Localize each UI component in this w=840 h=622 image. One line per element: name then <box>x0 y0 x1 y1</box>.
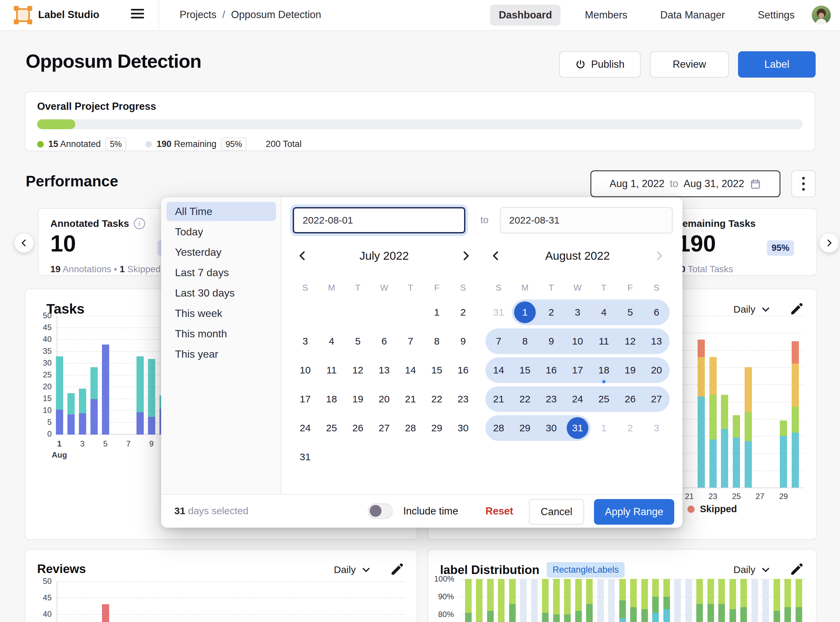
calendar-day-4[interactable]: 4 <box>318 327 345 356</box>
nav-tab-members[interactable]: Members <box>576 5 636 26</box>
calendar-day-25[interactable]: 25 <box>318 413 345 442</box>
breadcrumb-projects[interactable]: Projects <box>180 9 217 21</box>
info-icon[interactable]: i <box>134 218 145 229</box>
calendar-day-24[interactable]: 24 <box>564 385 591 413</box>
calendar-day-18[interactable]: 18 <box>318 385 345 413</box>
calendar-day-9[interactable]: 9 <box>538 327 564 356</box>
calendar-day-7[interactable]: 7 <box>397 327 424 356</box>
calendar-day-30[interactable]: 30 <box>450 413 476 442</box>
apply-range-button[interactable]: Apply Range <box>594 499 674 525</box>
publish-label: Publish <box>591 58 625 70</box>
calendar-day-14[interactable]: 14 <box>397 356 424 385</box>
calendar-day-29[interactable]: 29 <box>512 413 538 442</box>
calendar-day-15[interactable]: 15 <box>512 356 538 385</box>
preset-last-30-days[interactable]: Last 30 days <box>166 284 276 302</box>
calendar-day-12[interactable]: 12 <box>617 327 643 356</box>
calendar-day-16[interactable]: 16 <box>538 356 564 385</box>
calendar-day-28[interactable]: 28 <box>397 413 424 442</box>
calendar-day-24[interactable]: 24 <box>292 413 318 442</box>
calendar-day-8[interactable]: 8 <box>512 327 538 356</box>
preset-this-year[interactable]: This year <box>166 345 276 364</box>
calendar-header: July 2022 <box>292 247 476 266</box>
nav-tab-dashboard[interactable]: Dashboard <box>490 5 561 26</box>
preset-this-month[interactable]: This month <box>166 324 276 343</box>
calendar-day-30[interactable]: 30 <box>538 413 564 442</box>
calendar-day-21[interactable]: 21 <box>397 385 424 413</box>
calendar-day-31[interactable]: 31 <box>564 413 591 442</box>
label-button[interactable]: Label <box>738 51 816 78</box>
calendar-day-13[interactable]: 13 <box>643 327 670 356</box>
hamburger-menu-icon[interactable] <box>131 9 145 21</box>
review-button[interactable]: Review <box>650 51 729 78</box>
calendar-day-27[interactable]: 27 <box>643 385 670 413</box>
start-date-input[interactable] <box>293 207 465 233</box>
calendar-day-2[interactable]: 2 <box>538 298 564 327</box>
calendar-next-button[interactable] <box>652 248 666 263</box>
calendar-day-22[interactable]: 22 <box>424 385 450 413</box>
calendar-day-20[interactable]: 20 <box>371 385 397 413</box>
calendar-day-22[interactable]: 22 <box>512 385 538 413</box>
calendar-day-17[interactable]: 17 <box>292 385 318 413</box>
reset-link[interactable]: Reset <box>486 505 513 517</box>
calendar-day-8[interactable]: 8 <box>424 327 450 356</box>
publish-button[interactable]: Publish <box>559 51 641 78</box>
preset-last-7-days[interactable]: Last 7 days <box>166 263 276 282</box>
calendar-day-21[interactable]: 21 <box>486 385 512 413</box>
calendar-day-16[interactable]: 16 <box>450 356 476 385</box>
calendar-day-2[interactable]: 2 <box>450 298 476 327</box>
preset-all-time[interactable]: All Time <box>166 202 276 221</box>
range-to-label: to <box>670 178 678 190</box>
carousel-left-button[interactable] <box>14 233 34 253</box>
calendar-day-6[interactable]: 6 <box>371 327 397 356</box>
end-date-input[interactable] <box>500 207 673 233</box>
calendar-day-31[interactable]: 31 <box>292 442 318 471</box>
nav-tab-data-manager[interactable]: Data Manager <box>652 5 733 26</box>
calendar-day-23[interactable]: 23 <box>538 385 564 413</box>
include-time-toggle[interactable] <box>368 503 393 519</box>
calendar-day-6[interactable]: 6 <box>643 298 670 327</box>
calendar-icon <box>750 178 761 190</box>
calendar-day-29[interactable]: 29 <box>424 413 450 442</box>
calendar-day-5[interactable]: 5 <box>345 327 371 356</box>
calendar-day-3[interactable]: 3 <box>292 327 318 356</box>
calendar-day-10[interactable]: 10 <box>564 327 591 356</box>
calendar-day-1[interactable]: 1 <box>512 298 538 327</box>
calendar-day-7[interactable]: 7 <box>486 327 512 356</box>
more-options-kebab-button[interactable] <box>791 170 816 197</box>
x-tick-label: 25 <box>727 492 746 501</box>
preset-this-week[interactable]: This week <box>166 304 276 323</box>
nav-tab-settings[interactable]: Settings <box>749 5 803 26</box>
calendar-day-18[interactable]: 18 <box>591 356 617 385</box>
calendar-day-13[interactable]: 13 <box>371 356 397 385</box>
user-avatar[interactable] <box>812 6 831 24</box>
calendar-day-4[interactable]: 4 <box>591 298 617 327</box>
calendar-day-17[interactable]: 17 <box>564 356 591 385</box>
calendar-day-12[interactable]: 12 <box>345 356 371 385</box>
calendar-day-15[interactable]: 15 <box>424 356 450 385</box>
calendar-day-20[interactable]: 20 <box>643 356 670 385</box>
calendar-day-25[interactable]: 25 <box>591 385 617 413</box>
calendar-day-28[interactable]: 28 <box>486 413 512 442</box>
calendar-day-19[interactable]: 19 <box>345 385 371 413</box>
calendar-next-button[interactable] <box>458 248 473 263</box>
calendar-day-26[interactable]: 26 <box>617 385 643 413</box>
calendar-day-10[interactable]: 10 <box>292 356 318 385</box>
calendar-day-19[interactable]: 19 <box>617 356 643 385</box>
calendar-day-14[interactable]: 14 <box>486 356 512 385</box>
calendar-day-1[interactable]: 1 <box>424 298 450 327</box>
calendar-day-23[interactable]: 23 <box>450 385 476 413</box>
bar-day-3 <box>79 389 86 413</box>
cancel-button[interactable]: Cancel <box>529 499 584 525</box>
empty-col-day-6 <box>520 579 527 622</box>
calendar-day-9[interactable]: 9 <box>450 327 476 356</box>
preset-today[interactable]: Today <box>166 222 276 241</box>
calendar-day-27[interactable]: 27 <box>371 413 397 442</box>
calendar-day-26[interactable]: 26 <box>345 413 371 442</box>
date-range-control[interactable]: Aug 1, 2022 to Aug 31, 2022 <box>590 170 780 197</box>
calendar-day-5[interactable]: 5 <box>617 298 643 327</box>
calendar-day-11[interactable]: 11 <box>318 356 345 385</box>
calendar-day-11[interactable]: 11 <box>591 327 617 356</box>
carousel-right-button[interactable] <box>820 233 839 253</box>
calendar-day-3[interactable]: 3 <box>564 298 591 327</box>
preset-yesterday[interactable]: Yesterday <box>166 242 276 262</box>
